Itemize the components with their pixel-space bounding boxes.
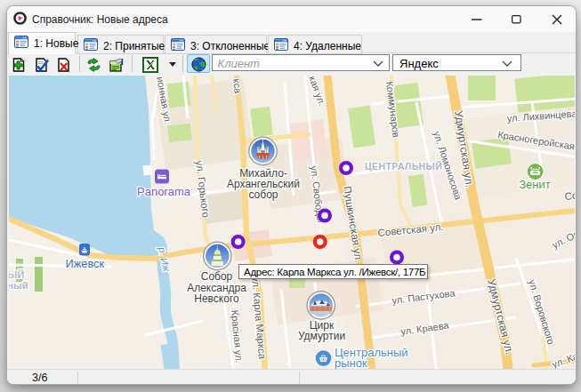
- svg-text:собор: собор: [248, 188, 278, 201]
- svg-text:Сов: Сов: [564, 189, 575, 202]
- svg-text:кса: кса: [231, 77, 244, 94]
- svg-text:Panorama: Panorama: [137, 185, 191, 198]
- svg-text:Удмуртии: Удмуртии: [298, 330, 345, 342]
- svg-text:рынок: рынок: [335, 356, 367, 369]
- svg-text:ный: ный: [9, 280, 28, 291]
- svg-text:ЦЕНТРАЛЬНЫЙ: ЦЕНТРАЛЬНЫЙ: [365, 161, 442, 172]
- svg-text:ЫЙ: ЫЙ: [9, 269, 25, 280]
- svg-text:Ижевск: Ижевск: [66, 257, 105, 270]
- svg-text:Невского: Невского: [194, 292, 239, 305]
